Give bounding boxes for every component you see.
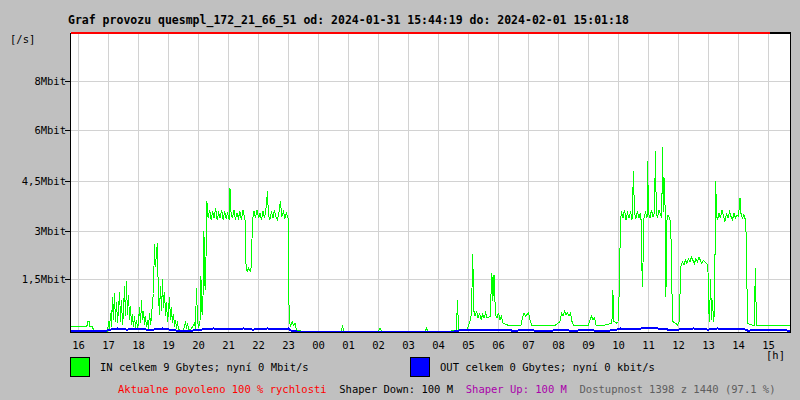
x-tick-label: 11: [636, 339, 662, 351]
x-tick-label: 04: [426, 339, 452, 351]
y-tick-label: 8Mbit: [0, 75, 66, 87]
traffic-graph-window: Graf provozu quesmpl_172_21_66_51 od: 20…: [0, 0, 800, 400]
shaper-up-text: Shaper Up: 100 M: [466, 383, 567, 395]
x-tick-label: 03: [396, 339, 422, 351]
x-tick-label: 19: [156, 339, 182, 351]
availability-text: Dostupnost 1398 z 1440 (97.1 %): [580, 383, 776, 395]
shaper-down-text: Shaper Down: 100 M: [339, 383, 453, 395]
x-tick-label: 12: [666, 339, 692, 351]
x-tick-label: 13: [696, 339, 722, 351]
x-tick-label: 08: [546, 339, 572, 351]
y-tick-label: 1,5Mbit: [0, 273, 66, 285]
x-tick-label: 17: [96, 339, 122, 351]
legend-in-label: IN celkem 9 Gbytes; nyní 0 Mbit/s: [100, 361, 309, 373]
x-tick-label: 01: [336, 339, 362, 351]
x-tick-label: 06: [486, 339, 512, 351]
status-row: Aktualne povoleno 100 % rychlosti Shaper…: [118, 383, 776, 395]
x-tick-label: 22: [246, 339, 272, 351]
x-tick-label: 07: [516, 339, 542, 351]
x-axis-unit-label: [h]: [766, 349, 785, 361]
x-tick-label: 00: [306, 339, 332, 351]
x-tick-label: 20: [186, 339, 212, 351]
y-tick-label: 6Mbit: [0, 124, 66, 136]
x-tick-label: 14: [726, 339, 752, 351]
x-tick-label: 18: [126, 339, 152, 351]
y-tick-label: 4,5Mbit: [0, 175, 66, 187]
in-color-swatch: [70, 357, 90, 377]
allowed-speed-text: Aktualne povoleno 100 % rychlosti: [118, 383, 327, 395]
x-tick-label: 09: [576, 339, 602, 351]
y-axis-unit-label: [/s]: [10, 33, 35, 45]
x-tick-label: 23: [276, 339, 302, 351]
x-tick-label: 16: [66, 339, 92, 351]
x-tick-label: 02: [366, 339, 392, 351]
y-tick-label: 3Mbit: [0, 225, 66, 237]
x-tick-label: 05: [456, 339, 482, 351]
x-tick-label: 10: [606, 339, 632, 351]
graph-title: Graf provozu quesmpl_172_21_66_51 od: 20…: [68, 13, 629, 27]
x-tick-label: 21: [216, 339, 242, 351]
legend-out-label: OUT celkem 0 Gbytes; nyní 0 kbit/s: [440, 361, 655, 373]
out-color-swatch: [410, 357, 430, 377]
